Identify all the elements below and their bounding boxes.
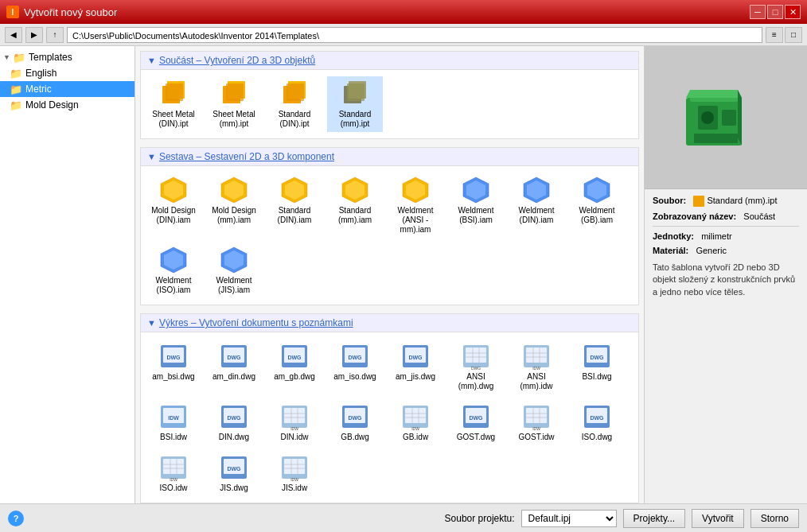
file-item[interactable]: IDW ANSI (mm).idw <box>509 339 564 394</box>
section-vykres-title[interactable]: Výkres – Vytvoření dokumentu s poznámkam… <box>159 317 353 328</box>
sidebar-item-templates[interactable]: ▼ 📁 Templates <box>0 49 134 65</box>
section-cast-title[interactable]: Součást – Vytvoření 2D a 3D objektů <box>159 55 315 66</box>
file-item[interactable]: DWG am_iso.dwg <box>327 339 383 394</box>
file-item[interactable]: DWG am_din.dwg <box>206 339 262 394</box>
file-item[interactable]: Weldment (BSI).iam <box>448 173 504 238</box>
file-item[interactable]: Standard (mm).iam <box>327 173 383 238</box>
file-item[interactable]: Weldment (ANSI - mm).iam <box>388 173 443 238</box>
ipt-orange-icon <box>280 80 309 108</box>
ipt-orange-icon <box>159 80 188 108</box>
idw-grid-icon: IDW <box>522 402 551 431</box>
address-path[interactable]: C:\Users\Public\Documents\Autodesk\Inven… <box>67 27 762 43</box>
svg-text:IDW: IDW <box>168 415 179 421</box>
file-item[interactable]: Standard (DIN).ipt <box>267 76 322 132</box>
idw-icon: IDW <box>159 402 188 431</box>
create-button[interactable]: Vytvořit <box>692 509 744 528</box>
file-item[interactable]: IDW BSI.idw <box>146 399 201 445</box>
up-button[interactable]: ↑ <box>46 27 64 43</box>
section-sestava-title[interactable]: Sestava – Sestavení 2D a 3D komponent <box>159 151 334 162</box>
file-item[interactable]: Standard (DIN).iam <box>267 173 322 238</box>
file-item[interactable]: DWG am_gb.dwg <box>267 339 322 394</box>
file-item[interactable]: DWG ISO.dwg <box>569 399 625 445</box>
forward-button[interactable]: ▶ <box>25 27 43 43</box>
minimize-button[interactable]: ─ <box>750 5 766 19</box>
dwg-icon: DWG <box>583 402 611 431</box>
file-item[interactable]: Mold Design (DIN).iam <box>146 173 201 238</box>
folder-icon: 📁 <box>13 51 25 64</box>
iam-blue-icon <box>583 176 611 204</box>
file-item[interactable]: DWG am_jis.dwg <box>388 339 443 394</box>
cancel-button[interactable]: Storno <box>750 509 799 528</box>
dwg-icon: DWG <box>462 402 490 431</box>
project-select[interactable]: Default.ipj <box>521 510 617 527</box>
info-details: Soubor: Standard (mm).ipt Zobrazovaný ná… <box>645 189 807 503</box>
address-bar: ◀ ▶ ↑ C:\Users\Public\Documents\Autodesk… <box>0 24 807 46</box>
file-item[interactable]: IDW ISO.idw <box>146 450 201 496</box>
title-bar-text: Vytvořit nový soubor <box>24 6 117 18</box>
iam-icon <box>341 176 369 204</box>
view-size-button[interactable]: □ <box>785 27 802 43</box>
file-item[interactable]: DWG JIS.dwg <box>206 450 262 496</box>
file-item-selected[interactable]: Standard (mm).ipt <box>327 76 383 132</box>
svg-point-137 <box>701 111 714 124</box>
info-units-value: milimetr <box>701 231 732 241</box>
file-item[interactable]: DWG GOST.dwg <box>448 399 504 445</box>
file-item[interactable]: Weldment (DIN).iam <box>509 173 564 238</box>
file-item[interactable]: IDW GOST.idw <box>509 399 564 445</box>
dwg-icon: DWG <box>220 453 248 482</box>
file-item-label: Weldment (BSI).iam <box>450 206 502 225</box>
toggle-icon: ▼ <box>3 53 13 61</box>
sidebar-item-metric[interactable]: 📁 Metric <box>0 81 134 97</box>
file-item-label: Standard (DIN).ipt <box>268 110 321 129</box>
maximize-button[interactable]: □ <box>767 5 783 19</box>
file-item-label: am_din.dwg <box>212 372 255 382</box>
app-icon: I <box>6 6 19 18</box>
file-item[interactable]: Sheet Metal (DIN).ipt <box>146 76 201 132</box>
file-item-label: ISO.dwg <box>582 433 612 442</box>
svg-rect-111 <box>284 459 305 474</box>
file-item[interactable]: Weldment (GB).iam <box>569 173 625 238</box>
file-item[interactable]: Weldment (JIS).iam <box>206 243 262 298</box>
info-units-label: Jednotky: <box>653 231 694 241</box>
section-sestava-content: Mold Design (DIN).iam Mold Design (mm).i… <box>141 166 638 305</box>
back-button[interactable]: ◀ <box>5 27 22 43</box>
file-item-label: GOST.idw <box>518 433 554 442</box>
file-item[interactable]: DWG GB.dwg <box>327 399 383 445</box>
sidebar-item-molddesign-label: Mold Design <box>25 99 79 111</box>
info-displayname-label: Zobrazovaný název: <box>653 212 736 221</box>
svg-text:IDW: IDW <box>170 477 177 482</box>
svg-text:DWG: DWG <box>166 355 181 360</box>
file-item[interactable]: DWG DIN.dwg <box>206 399 262 445</box>
close-button[interactable]: ✕ <box>785 5 801 19</box>
file-item[interactable]: Weldment (ISO).iam <box>146 243 201 298</box>
section-cast: ▼ Součást – Vytvoření 2D a 3D objektů Sh… <box>140 51 639 139</box>
file-item-label: DIN.dwg <box>219 433 249 442</box>
file-item[interactable]: IDW DIN.idw <box>267 399 322 445</box>
sidebar: ▼ 📁 Templates 📁 English 📁 Metric 📁 Mold … <box>0 46 135 503</box>
dwg-icon: DWG <box>280 342 309 371</box>
file-item-label: Standard (mm).iam <box>329 206 381 225</box>
section-vykres: ▼ Výkres – Vytvoření dokumentu s poznámk… <box>140 313 639 503</box>
help-button[interactable]: ? <box>8 511 24 526</box>
dwg-icon: DWG <box>159 342 188 371</box>
view-options-button[interactable]: ≡ <box>766 27 783 43</box>
svg-text:IDW: IDW <box>290 426 298 431</box>
file-item-label: ANSI (mm).dwg <box>450 372 502 391</box>
file-item[interactable]: IDW JIS.idw <box>267 450 322 496</box>
info-file-label: Soubor: <box>653 196 686 205</box>
sidebar-item-english[interactable]: 📁 English <box>0 65 134 81</box>
file-item-label: BSI.dwg <box>582 372 611 382</box>
svg-text:IDW: IDW <box>290 477 298 482</box>
addr-right-controls: ≡ □ <box>766 27 802 43</box>
file-item[interactable]: DWG ANSI (mm).dwg <box>448 339 504 394</box>
file-item[interactable]: DWG BSI.dwg <box>569 339 625 394</box>
file-item[interactable]: DWG am_bsi.dwg <box>146 339 201 394</box>
file-item-label: GB.idw <box>403 433 428 442</box>
file-item[interactable]: Sheet Metal (mm).ipt <box>206 76 262 132</box>
file-item[interactable]: Mold Design (mm).iam <box>206 173 262 238</box>
sidebar-item-molddesign[interactable]: 📁 Mold Design <box>0 97 134 113</box>
idw-grid-icon: IDW <box>522 342 551 371</box>
projects-button[interactable]: Projekty... <box>623 509 685 528</box>
file-item[interactable]: IDW GB.idw <box>388 399 443 445</box>
file-item-label: Sheet Metal (mm).ipt <box>208 110 260 129</box>
